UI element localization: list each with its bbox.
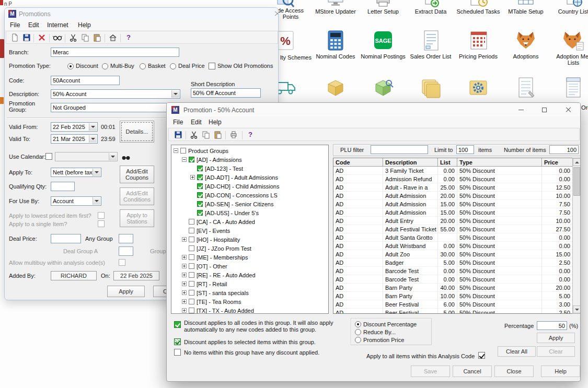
cut-icon[interactable] bbox=[189, 130, 199, 139]
table-row[interactable]: AD Adult Entry 20.00 50% Discount 10.00 bbox=[333, 217, 572, 225]
table-row[interactable]: AD Adult Admission 15.00 50% Discount 7.… bbox=[333, 200, 572, 208]
radio-multibuy[interactable] bbox=[102, 63, 108, 69]
menu-help[interactable]: Help bbox=[209, 119, 222, 126]
tree-item[interactable]: [AD-ADT] - Adult Admissions bbox=[172, 173, 328, 182]
desktop-label[interactable]: Country List bbox=[550, 8, 588, 15]
use-calendar-checkbox[interactable] bbox=[45, 153, 52, 160]
tree-expand-icon[interactable] bbox=[182, 290, 187, 295]
apply-to-combo[interactable]: Nett (before tax) bbox=[51, 168, 101, 177]
deal-price-input[interactable] bbox=[51, 234, 81, 243]
help-icon[interactable]: ? bbox=[123, 32, 134, 42]
desktop-icon-pricing-periods[interactable]: Pricing Periods bbox=[455, 29, 502, 60]
minimize-button[interactable] bbox=[509, 103, 533, 116]
save-icon[interactable] bbox=[173, 130, 183, 139]
cut-icon[interactable] bbox=[68, 33, 78, 42]
tree-item[interactable]: [JZ] - JZoo Prom Test bbox=[172, 244, 328, 253]
any-group-input[interactable] bbox=[119, 234, 133, 243]
tree-item[interactable]: [ME] - Memberships bbox=[172, 253, 328, 262]
desktop-icon-adoptions[interactable]: Adoptions bbox=[502, 29, 549, 60]
desktop-label[interactable]: lty Schemes bbox=[280, 54, 317, 61]
table-row[interactable]: AD Beer Festival 5.00 50% Discount 2.50 bbox=[333, 309, 572, 314]
tree-expand-icon[interactable] bbox=[182, 273, 187, 277]
column-header-code[interactable]: Code bbox=[333, 158, 383, 167]
percentage-input[interactable]: 50 bbox=[537, 321, 567, 330]
menu-edit[interactable]: Edit bbox=[191, 119, 202, 126]
table-row[interactable]: AD Adult Santa Grotto 50% Discount 0.00 bbox=[333, 233, 572, 242]
promotions-titlebar[interactable]: Promotions bbox=[5, 8, 278, 19]
copy-icon[interactable] bbox=[201, 130, 211, 139]
valid-from-time[interactable]: 00:01 bbox=[101, 124, 116, 130]
tree-item[interactable]: [RT] - Retail bbox=[172, 279, 328, 288]
tree-expand-icon[interactable] bbox=[182, 264, 187, 268]
promotion-group-combo[interactable]: Not Grouped bbox=[51, 103, 180, 112]
scroll-up-icon[interactable] bbox=[573, 158, 581, 166]
radio-promotion-price[interactable] bbox=[355, 337, 361, 343]
print-icon[interactable] bbox=[228, 130, 239, 139]
help-icon[interactable]: ? bbox=[245, 130, 256, 139]
radio-deal-price[interactable] bbox=[170, 63, 176, 69]
show-old-promotions-checkbox[interactable] bbox=[209, 63, 215, 69]
valid-to-time[interactable]: 23:59 bbox=[101, 136, 116, 142]
tree-checkbox[interactable] bbox=[197, 183, 203, 189]
icon-clock-tasks[interactable] bbox=[455, 0, 502, 7]
limit-to-input[interactable]: 100 bbox=[456, 145, 474, 154]
table-row[interactable]: AD Beer Festival 6.00 50% Discount 3.00 bbox=[333, 300, 572, 309]
icon-monitor-update[interactable] bbox=[312, 0, 359, 7]
tree-checkbox[interactable] bbox=[189, 245, 194, 251]
table-row[interactable]: AD Barn Party 40.00 50% Discount 20.00 bbox=[333, 284, 572, 292]
table-scrollbar[interactable] bbox=[572, 158, 581, 314]
desktop-label[interactable]: Extract Data bbox=[407, 8, 454, 15]
tree-checkbox[interactable] bbox=[197, 174, 203, 180]
table-row[interactable]: AD 3 Family Ticket 0.00 50% Discount 0.0… bbox=[333, 167, 572, 175]
menu-help[interactable]: Help bbox=[78, 21, 91, 29]
icon-printer[interactable] bbox=[360, 0, 407, 7]
tree-item[interactable]: [AD-CHD] - Child Admissions bbox=[172, 182, 328, 191]
icon-card-search[interactable] bbox=[261, 0, 308, 7]
tree-item[interactable]: Product Groups bbox=[172, 146, 328, 155]
binoculars-icon[interactable] bbox=[122, 154, 130, 163]
save-icon[interactable] bbox=[21, 33, 32, 42]
plu-filter-input[interactable] bbox=[371, 145, 428, 154]
table-row[interactable]: AD Badger 5.00 50% Discount 2.50 bbox=[333, 258, 572, 267]
tree-expand-icon[interactable] bbox=[182, 255, 187, 260]
tree-item[interactable]: [TE] - Tea Rooms bbox=[172, 297, 328, 306]
tree-item[interactable]: [AD-U5S] - Under 5's bbox=[172, 208, 328, 217]
tree-expand-icon[interactable] bbox=[174, 148, 178, 153]
desktop-icon-sales-order-list[interactable]: Sales Order List bbox=[407, 29, 454, 60]
add-edit-coupons-button[interactable]: Add/Edit Coupons bbox=[120, 166, 154, 183]
code-input[interactable]: 50Account bbox=[51, 76, 120, 85]
icon-globe-list[interactable] bbox=[550, 0, 588, 7]
desktop-label[interactable]: MTable Setup bbox=[502, 8, 549, 15]
tree-expand-icon[interactable] bbox=[182, 157, 187, 162]
table-row[interactable]: AD Barcode Test 0.00 50% Discount 0.00 bbox=[333, 267, 572, 275]
radio-basket[interactable] bbox=[140, 63, 146, 69]
tree-item[interactable]: [AD] - Admissions bbox=[172, 155, 328, 164]
home-icon[interactable] bbox=[108, 33, 118, 42]
icon-table-grid[interactable] bbox=[502, 0, 549, 7]
table-row[interactable]: AD Adult Zoo 30.00 50% Discount 15.00 bbox=[333, 250, 572, 258]
scrollbar-thumb[interactable] bbox=[573, 167, 580, 196]
tree-item[interactable]: [CA] - CA - Auto Added bbox=[172, 217, 328, 226]
deal-group-a-input[interactable] bbox=[119, 246, 133, 256]
tree-expand-icon[interactable] bbox=[182, 299, 187, 304]
table-row[interactable]: AD Adult - Rave in a 25.00 50% Discount … bbox=[333, 183, 572, 192]
tree-item[interactable]: [RE] - RE - Auto Added bbox=[172, 271, 328, 279]
tree-checkbox[interactable] bbox=[189, 299, 194, 304]
desktop-icon-adoption-merch[interactable]: Adoption Mer Lists bbox=[550, 29, 588, 66]
table-row[interactable]: AD Adult Wristband 0.00 50% Discount 0.0… bbox=[333, 242, 572, 250]
column-header-description[interactable]: Description bbox=[383, 158, 438, 167]
table-row[interactable]: AD Adult Festival Ticket 55.00 50% Disco… bbox=[333, 225, 572, 233]
table-row[interactable]: AD Admission Refund 0.00 50% Discount 0.… bbox=[333, 175, 572, 183]
tree-checkbox[interactable] bbox=[189, 263, 194, 269]
icon-export-page[interactable] bbox=[407, 0, 454, 7]
close-button[interactable] bbox=[556, 103, 580, 116]
tree-item[interactable]: [AD-CON] - Concessions LS bbox=[172, 191, 328, 199]
table-row[interactable]: AD Barn Party 10.00 50% Discount 5.00 bbox=[333, 292, 572, 300]
menu-file[interactable]: File bbox=[10, 21, 20, 29]
tree-checkbox[interactable] bbox=[197, 192, 203, 198]
desktop-icon-report[interactable] bbox=[550, 76, 588, 99]
tree-item[interactable]: [EV] - Events bbox=[172, 226, 328, 235]
menu-file[interactable]: File bbox=[173, 119, 183, 126]
close-button[interactable]: Close bbox=[494, 366, 534, 377]
column-header-price[interactable]: Price bbox=[542, 158, 573, 167]
